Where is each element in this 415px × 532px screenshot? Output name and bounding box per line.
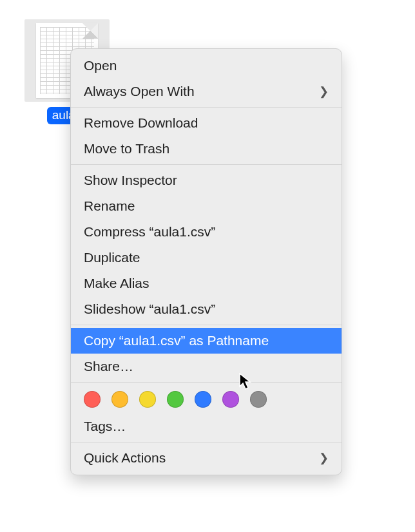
chevron-right-icon: ❯	[319, 451, 329, 465]
menu-item-open[interactable]: Open	[71, 53, 342, 79]
context-menu: OpenAlways Open With❯Remove DownloadMove…	[70, 48, 342, 475]
tag-color-0[interactable]	[84, 391, 101, 408]
tag-color-5[interactable]	[222, 391, 239, 408]
menu-item-compress[interactable]: Compress “aula1.csv”	[71, 219, 342, 245]
menu-separator	[71, 325, 342, 325]
menu-item-label: Rename	[84, 198, 329, 214]
menu-item-label: Always Open With	[84, 84, 319, 99]
menu-item-copy-pathname[interactable]: Copy “aula1.csv” as Pathname	[71, 328, 342, 354]
tag-color-4[interactable]	[195, 391, 211, 408]
menu-item-label: Duplicate	[84, 250, 329, 265]
menu-item-label: Share…	[84, 359, 329, 374]
menu-item-label: Make Alias	[84, 276, 329, 291]
menu-item-tags[interactable]: Tags…	[71, 413, 342, 439]
menu-item-slideshow[interactable]: Slideshow “aula1.csv”	[71, 296, 342, 322]
menu-item-label: Compress “aula1.csv”	[84, 224, 329, 240]
menu-item-label: Open	[84, 58, 329, 73]
menu-item-label: Move to Trash	[84, 141, 329, 157]
menu-separator	[71, 382, 342, 383]
menu-item-duplicate[interactable]: Duplicate	[71, 245, 342, 271]
menu-item-remove-download[interactable]: Remove Download	[71, 110, 342, 136]
menu-item-label: Quick Actions	[84, 450, 319, 466]
menu-item-label: Tags…	[84, 419, 329, 434]
menu-item-always-open-with[interactable]: Always Open With❯	[71, 79, 342, 104]
menu-item-label: Remove Download	[84, 115, 329, 131]
tag-color-6[interactable]	[250, 391, 267, 408]
menu-item-label: Slideshow “aula1.csv”	[84, 301, 329, 317]
tag-color-1[interactable]	[111, 391, 128, 408]
menu-item-label: Copy “aula1.csv” as Pathname	[84, 333, 329, 348]
menu-item-make-alias[interactable]: Make Alias	[71, 271, 342, 296]
chevron-right-icon: ❯	[319, 84, 329, 99]
menu-item-share[interactable]: Share…	[71, 354, 342, 379]
tag-color-2[interactable]	[139, 391, 156, 408]
menu-item-label: Show Inspector	[84, 173, 329, 188]
tag-color-3[interactable]	[167, 391, 184, 408]
menu-separator	[71, 442, 342, 442]
menu-item-show-inspector[interactable]: Show Inspector	[71, 167, 342, 193]
menu-item-quick-actions[interactable]: Quick Actions❯	[71, 445, 342, 471]
menu-item-move-to-trash[interactable]: Move to Trash	[71, 136, 342, 162]
tag-color-row	[71, 385, 342, 413]
menu-separator	[71, 164, 342, 165]
menu-item-rename[interactable]: Rename	[71, 193, 342, 219]
menu-separator	[71, 107, 342, 108]
